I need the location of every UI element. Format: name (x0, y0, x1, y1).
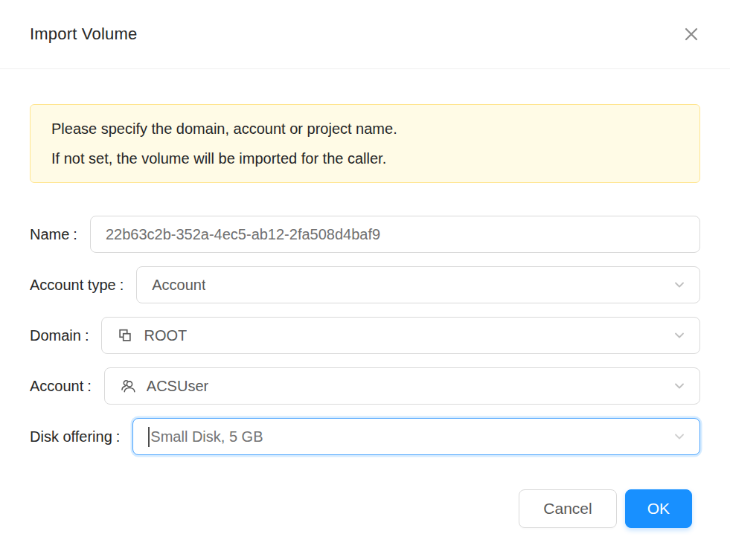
chevron-down-icon (672, 429, 687, 444)
form-row-domain: Domain: ROOT (30, 317, 700, 354)
chevron-down-icon (672, 328, 687, 343)
domain-label: Domain: (30, 327, 89, 344)
text-cursor (148, 427, 150, 447)
dialog-footer: Cancel OK (0, 489, 730, 528)
account-label: Account: (30, 378, 92, 395)
account-type-value: Account (152, 277, 205, 294)
name-input[interactable] (90, 216, 700, 253)
import-volume-dialog: Import Volume Please specify the domain,… (0, 0, 730, 560)
dialog-header: Import Volume (0, 0, 730, 69)
disk-offering-select[interactable]: Small Disk, 5 GB (132, 418, 700, 455)
form-row-name: Name: (30, 216, 700, 253)
form-row-account-type: Account type: Account (30, 266, 700, 303)
import-volume-form: Name: Account type: Account (30, 216, 700, 455)
account-select[interactable]: ACSUser (104, 367, 700, 405)
close-icon (682, 25, 700, 43)
team-icon (120, 378, 136, 394)
chevron-down-icon (672, 379, 687, 393)
ok-button[interactable]: OK (625, 489, 692, 528)
form-row-account: Account: ACSUser (30, 367, 700, 405)
disk-offering-label: Disk offering: (30, 428, 120, 445)
dialog-body: Please specify the domain, account or pr… (0, 104, 730, 455)
disk-offering-value: Small Disk, 5 GB (150, 428, 263, 445)
alert-line-2: If not set, the volume will be imported … (51, 144, 679, 173)
block-icon (117, 327, 133, 344)
info-alert: Please specify the domain, account or pr… (30, 104, 700, 183)
name-label: Name: (30, 226, 77, 243)
account-type-label: Account type: (30, 277, 124, 294)
cancel-button[interactable]: Cancel (519, 489, 616, 528)
domain-value: ROOT (144, 327, 187, 344)
chevron-down-icon (672, 277, 687, 292)
close-button[interactable] (675, 18, 708, 51)
account-type-select[interactable]: Account (136, 266, 700, 303)
dialog-title: Import Volume (30, 25, 137, 44)
domain-select[interactable]: ROOT (101, 317, 700, 354)
alert-line-1: Please specify the domain, account or pr… (51, 114, 679, 144)
form-row-disk-offering: Disk offering: Small Disk, 5 GB (30, 418, 700, 455)
account-value: ACSUser (147, 378, 208, 395)
